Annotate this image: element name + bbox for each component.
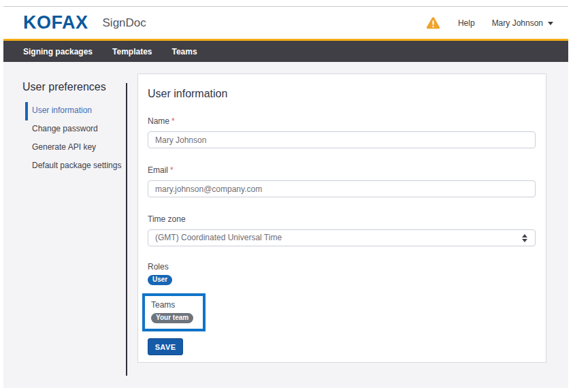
save-button[interactable]: SAVE [148, 338, 183, 355]
timezone-selected-value: (GMT) Coordinated Universal Time [155, 233, 282, 242]
warning-icon[interactable] [426, 16, 440, 29]
email-label: Email* [148, 165, 536, 176]
required-marker: * [170, 165, 174, 175]
teams-label: Teams [151, 300, 193, 310]
team-badge: Your team [151, 313, 193, 323]
nav-teams[interactable]: Teams [172, 47, 197, 56]
nav-signing-packages[interactable]: Signing packages [23, 47, 93, 56]
product-name: SignDoc [103, 16, 146, 30]
help-link[interactable]: Help [458, 18, 475, 28]
name-label: Name* [148, 116, 536, 127]
chevron-down-icon [548, 22, 553, 25]
user-menu[interactable]: Mary Johnson [492, 18, 553, 28]
sidebar-item-user-information[interactable]: User information [25, 102, 121, 120]
sidebar-divider [126, 83, 127, 376]
email-field[interactable] [148, 180, 536, 197]
required-marker: * [171, 116, 175, 126]
page-title: User information [148, 87, 536, 101]
nav-templates[interactable]: Templates [112, 47, 152, 56]
role-badge: User [148, 275, 172, 285]
sidebar-item-default-package-settings[interactable]: Default package settings [25, 157, 121, 176]
top-header: KOFAX SignDoc Help Mary Johnson [3, 7, 568, 39]
select-updown-icon [522, 234, 527, 242]
timezone-label: Time zone [148, 214, 536, 225]
user-information-panel: User information Name* Email* Time zone … [137, 74, 546, 363]
main-navbar: Signing packages Templates Teams [3, 41, 568, 62]
name-label-text: Name [148, 116, 169, 126]
teams-highlight-box: Teams Your team [142, 293, 206, 331]
timezone-select[interactable]: (GMT) Coordinated Universal Time [148, 229, 536, 246]
sidebar-item-generate-api-key[interactable]: Generate API key [25, 139, 121, 157]
email-label-text: Email [148, 165, 168, 175]
sidebar-nav: User information Change password Generat… [25, 102, 121, 176]
user-menu-name: Mary Johnson [492, 18, 543, 28]
roles-label: Roles [148, 262, 536, 272]
sidebar-item-change-password[interactable]: Change password [25, 120, 121, 139]
name-field[interactable] [148, 131, 536, 148]
sidebar-title: User preferences [22, 81, 106, 93]
kofax-logo: KOFAX [23, 14, 88, 33]
app-window: KOFAX SignDoc Help Mary Johnson Signing … [3, 6, 568, 388]
